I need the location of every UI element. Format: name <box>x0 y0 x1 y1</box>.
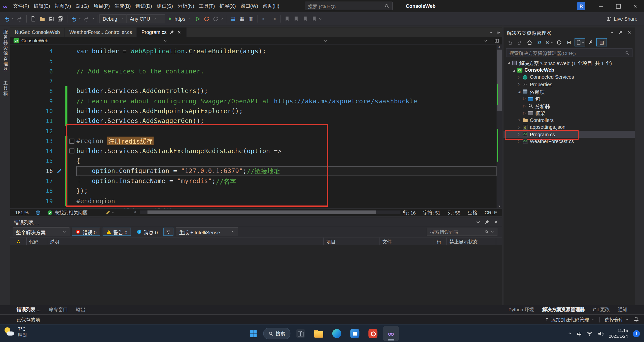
collapse-all-icon[interactable]: ⊟ <box>565 38 573 47</box>
start-button[interactable] <box>245 326 261 341</box>
volume-icon[interactable] <box>598 330 604 336</box>
line-margin[interactable] <box>53 116 65 126</box>
close-icon[interactable] <box>627 30 632 35</box>
weather-widget[interactable]: 7°C 晴朗 <box>4 327 27 338</box>
tree-item[interactable]: ▷分析器 <box>504 102 635 109</box>
line-margin[interactable] <box>53 96 65 106</box>
scroll-left-icon[interactable]: ◀ <box>133 210 136 214</box>
tree-item[interactable]: ▷Properties <box>504 81 635 88</box>
editor-status-cell[interactable]: 空格 <box>464 209 481 216</box>
warnings-toggle-button[interactable]: 警告 0 <box>103 228 131 236</box>
find-in-files-icon[interactable]: ▤ <box>228 14 237 24</box>
filter-button[interactable] <box>163 228 173 236</box>
errors-toggle-button[interactable]: 错误 0 <box>72 228 100 236</box>
editor-vertical-scrollbar[interactable]: ▲ ▼ <box>496 45 502 208</box>
scroll-up-icon[interactable]: ▲ <box>496 45 502 48</box>
chevron-icon[interactable]: ▷ <box>522 104 527 108</box>
tool-window-tab-vertical[interactable]: 服务器资源管理器 <box>2 29 8 72</box>
tree-item[interactable]: ◢依赖项 <box>504 88 635 95</box>
forward-icon[interactable] <box>515 38 524 47</box>
indent-icon[interactable]: ⇥ <box>269 14 278 24</box>
properties-wrench-icon[interactable] <box>587 38 595 47</box>
notifications-bell-icon[interactable] <box>634 317 639 322</box>
code-line[interactable]: 14−builder.Services.AddStackExchangeRedi… <box>10 146 497 156</box>
code-health-indicator[interactable]: 未找到相关问题 <box>47 209 88 216</box>
menu-item[interactable]: 窗口(W) <box>238 0 261 12</box>
redo-chevron-icon[interactable] <box>91 14 95 24</box>
tree-item[interactable]: ▷框架 <box>504 109 635 116</box>
navigate-back-chevron-icon[interactable] <box>12 14 15 24</box>
line-margin[interactable] <box>53 196 65 206</box>
line-margin[interactable] <box>53 206 65 208</box>
menu-item[interactable]: 调试(D) <box>133 0 154 12</box>
menu-item[interactable]: 扩展(X) <box>217 0 238 12</box>
tree-item[interactable]: ▷C#Program.cs <box>504 131 635 138</box>
line-margin[interactable] <box>53 126 65 136</box>
code-line[interactable]: 20var app = builder.Build(); <box>10 206 497 208</box>
menu-item[interactable]: 帮助(H) <box>260 0 281 12</box>
column-header[interactable]: 禁止显示状态 <box>447 238 496 245</box>
account-badge[interactable]: R <box>577 2 585 10</box>
pin-tab-icon[interactable] <box>169 30 174 34</box>
global-search-input[interactable]: 搜索 (Ctrl+Q) <box>305 2 392 10</box>
chevron-icon[interactable]: ▷ <box>517 140 522 143</box>
severity-column-header[interactable] <box>10 238 27 245</box>
tool-window-tab-vertical[interactable]: 工具箱 <box>2 80 8 97</box>
menu-item[interactable]: 分析(N) <box>175 0 196 12</box>
menu-item[interactable]: 生成(B) <box>112 0 133 12</box>
tree-item[interactable]: ▷Controllers <box>504 117 635 124</box>
configuration-dropdown[interactable]: Debug <box>99 14 127 23</box>
code-cleanup-button[interactable] <box>105 210 115 215</box>
globe-icon[interactable] <box>35 210 41 215</box>
undo-button[interactable] <box>69 14 79 24</box>
editor-status-cell[interactable]: 字符: 51 <box>419 209 444 216</box>
editor-status-cell[interactable]: 列: 55 <box>444 209 464 216</box>
tool-window-tab[interactable]: 通知 <box>614 305 631 314</box>
line-margin[interactable] <box>53 176 65 186</box>
chevron-icon[interactable]: ▷ <box>517 125 522 129</box>
line-margin[interactable] <box>53 56 65 66</box>
column-header[interactable]: 项目 <box>324 238 380 245</box>
window-layout-icon[interactable]: ▦ <box>237 14 246 24</box>
column-header[interactable]: 代码 <box>27 238 47 245</box>
editor-status-cell[interactable]: CRLF <box>481 210 500 215</box>
chevron-icon[interactable]: ▷ <box>517 82 522 86</box>
live-share-button[interactable]: Live Share <box>606 16 642 22</box>
document-tab[interactable]: NuGet: ConsoleWeb <box>10 27 65 37</box>
restart-button[interactable] <box>211 14 220 24</box>
column-header[interactable]: 文件 <box>380 238 434 245</box>
chevron-icon[interactable]: ▷ <box>517 75 522 79</box>
refresh-icon[interactable] <box>555 38 563 47</box>
hot-reload-button[interactable] <box>202 14 211 24</box>
document-tab[interactable]: Program.cs <box>137 27 186 37</box>
line-margin[interactable] <box>53 166 65 176</box>
navigate-forward-button[interactable] <box>15 14 24 24</box>
chevron-icon[interactable]: ◢ <box>517 90 522 94</box>
chevron-icon[interactable]: ▷ <box>517 133 522 136</box>
column-header[interactable]: 行 <box>434 238 447 245</box>
taskbar-search[interactable]: 搜索 <box>263 328 291 339</box>
tool-window-tab[interactable]: Python 环境 <box>504 305 538 314</box>
member-dropdown[interactable] <box>331 37 491 44</box>
chevron-icon[interactable]: ▷ <box>517 118 522 122</box>
code-line[interactable]: 8builder.Services.AddControllers(); <box>10 86 497 96</box>
close-button[interactable] <box>627 0 644 12</box>
toggle-bookmark-button[interactable] <box>282 14 292 24</box>
network-icon[interactable] <box>587 330 593 336</box>
home-icon[interactable] <box>525 38 534 47</box>
menu-item[interactable]: 测试(S) <box>154 0 175 12</box>
column-header[interactable]: 说明 <box>47 238 324 245</box>
start-without-debugging-button[interactable] <box>193 14 202 24</box>
tab-options-gear-icon[interactable] <box>496 30 500 34</box>
undo-chevron-icon[interactable] <box>79 14 82 24</box>
code-line[interactable]: 13−#region 注册redis缓存 <box>10 136 497 146</box>
menu-item[interactable]: 视图(V) <box>52 0 73 12</box>
ime-indicator[interactable]: 中 <box>577 330 582 337</box>
scope-dropdown[interactable]: 整个解决方案 <box>13 227 69 236</box>
code-line[interactable]: 18}); <box>10 186 497 196</box>
line-margin[interactable] <box>53 46 65 56</box>
active-files-chevron-icon[interactable] <box>489 30 493 34</box>
visual-studio-taskbar-button[interactable]: ∞ <box>383 326 399 341</box>
panel-options-chevron-icon[interactable] <box>610 30 615 35</box>
red-app-button[interactable] <box>365 326 381 341</box>
